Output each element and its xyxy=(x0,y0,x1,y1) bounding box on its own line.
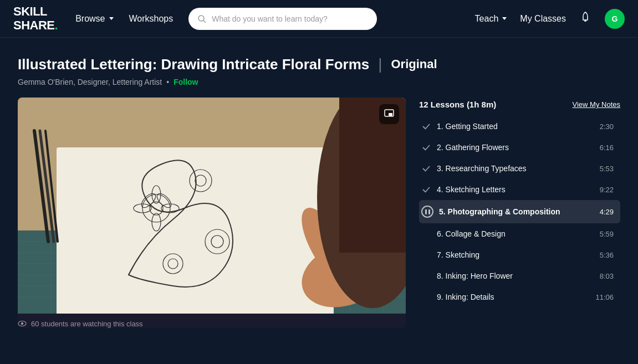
logo[interactable]: SKILLSHARE. xyxy=(13,5,58,32)
subtitle-dot: • xyxy=(166,78,169,86)
search-bar xyxy=(188,8,377,30)
lesson-title: 9. Inking: Details xyxy=(437,293,588,301)
lesson-title: 3. Researching Typefaces xyxy=(437,164,588,173)
navbar: SKILLSHARE. Browse Workshops Teach M xyxy=(0,0,638,38)
search-icon xyxy=(197,14,206,23)
course-title-text: Illustrated Lettering: Drawing Intricate… xyxy=(18,56,369,73)
my-classes-nav-link[interactable]: My Classes xyxy=(520,14,566,24)
main-content: Illustrated Lettering: Drawing Intricate… xyxy=(0,38,638,328)
lesson-item[interactable]: 3. Researching Typefaces 5:53 xyxy=(419,158,620,179)
lesson-title: 8. Inking: Hero Flower xyxy=(437,271,588,280)
title-divider: | xyxy=(378,55,382,73)
lesson-duration: 6:16 xyxy=(594,143,614,152)
lesson-title: 7. Sketching xyxy=(437,250,588,259)
lesson-item[interactable]: 4. Sketching Letters 9:22 xyxy=(419,179,620,200)
search-input[interactable] xyxy=(212,14,368,23)
follow-button[interactable]: Follow xyxy=(173,78,198,86)
my-classes-label: My Classes xyxy=(520,14,566,23)
check-icon xyxy=(421,121,431,131)
lesson-header: 12 Lessons (1h 8m) View My Notes xyxy=(419,98,620,109)
lesson-title: 4. Sketching Letters xyxy=(437,185,588,194)
svg-point-47 xyxy=(21,322,23,325)
check-icon xyxy=(421,142,431,152)
video-frame xyxy=(18,98,406,314)
view-notes-button[interactable]: View My Notes xyxy=(573,100,620,109)
browse-nav-link[interactable]: Browse xyxy=(75,14,113,24)
content-row: 60 students are watching this class 12 L… xyxy=(18,98,620,328)
lesson-item[interactable]: 2. Gathering Flowers 6:16 xyxy=(419,137,620,158)
avatar[interactable]: G xyxy=(605,9,625,29)
lesson-item[interactable]: 8. Inking: Hero Flower 8:03 xyxy=(419,265,620,286)
lesson-list: 1. Getting Started 2:30 2. Gathering Flo… xyxy=(419,116,620,307)
workshops-nav-link[interactable]: Workshops xyxy=(129,14,173,24)
svg-line-1 xyxy=(203,20,206,23)
svg-rect-2 xyxy=(584,20,586,22)
svg-rect-22 xyxy=(57,147,334,314)
course-subtitle: Gemma O'Brien, Designer, Lettering Artis… xyxy=(18,78,620,86)
empty-icon xyxy=(421,271,431,281)
video-player[interactable]: 60 students are watching this class xyxy=(18,98,406,328)
logo-dot: . xyxy=(55,18,58,32)
pip-button[interactable] xyxy=(379,104,399,124)
lesson-item[interactable]: 9. Inking: Details 11:06 xyxy=(419,286,620,307)
original-badge: Original xyxy=(391,57,437,71)
pip-icon xyxy=(384,109,394,119)
lesson-duration: 11:06 xyxy=(594,293,614,301)
eye-icon xyxy=(18,319,27,328)
pause-bar-left xyxy=(425,209,427,214)
teach-label: Teach xyxy=(475,14,499,24)
watching-bar: 60 students are watching this class xyxy=(18,314,406,328)
course-title: Illustrated Lettering: Drawing Intricate… xyxy=(18,55,620,73)
nav-right: Teach My Classes G xyxy=(475,9,625,29)
lesson-title: 2. Gathering Flowers xyxy=(437,143,588,152)
browse-label: Browse xyxy=(75,14,105,24)
lesson-title: 5. Photographing & Composition xyxy=(439,207,588,216)
lesson-duration: 8:03 xyxy=(594,272,614,280)
lesson-panel: 12 Lessons (1h 8m) View My Notes 1. Gett… xyxy=(419,98,620,307)
lesson-duration: 4:29 xyxy=(594,208,614,216)
browse-chevron-icon xyxy=(109,17,114,20)
teach-nav-link[interactable]: Teach xyxy=(475,14,507,24)
lesson-title: 6. Collage & Design xyxy=(437,229,588,238)
lesson-duration: 5:53 xyxy=(594,165,614,173)
lesson-duration: 2:30 xyxy=(594,122,614,131)
logo-text: SKILLSHARE. xyxy=(13,5,58,32)
pause-icon xyxy=(421,206,433,218)
lesson-title: 1. Getting Started xyxy=(437,122,588,131)
workshops-label: Workshops xyxy=(129,14,173,24)
check-icon xyxy=(421,163,431,173)
notifications-icon[interactable] xyxy=(579,11,591,26)
empty-icon xyxy=(421,229,431,239)
teach-chevron-icon xyxy=(502,17,507,20)
lesson-count: 12 Lessons (1h 8m) xyxy=(419,100,496,109)
pause-bar-right xyxy=(428,209,430,214)
empty-icon xyxy=(421,250,431,260)
lesson-item[interactable]: 5. Photographing & Composition 4:29 xyxy=(419,200,620,223)
check-icon xyxy=(421,184,431,194)
lesson-duration: 5:36 xyxy=(594,251,614,259)
lesson-item[interactable]: 1. Getting Started 2:30 xyxy=(419,116,620,137)
nav-left: Browse Workshops xyxy=(75,8,457,30)
lesson-duration: 5:59 xyxy=(594,230,614,238)
lesson-duration: 9:22 xyxy=(594,186,614,194)
watching-label: 60 students are watching this class xyxy=(31,320,143,328)
lesson-item[interactable]: 6. Collage & Design 5:59 xyxy=(419,223,620,244)
course-author: Gemma O'Brien, Designer, Lettering Artis… xyxy=(18,78,162,86)
video-artwork xyxy=(18,98,406,314)
lesson-item[interactable]: 7. Sketching 5:36 xyxy=(419,244,620,265)
empty-icon xyxy=(421,292,431,302)
svg-rect-45 xyxy=(389,113,392,116)
